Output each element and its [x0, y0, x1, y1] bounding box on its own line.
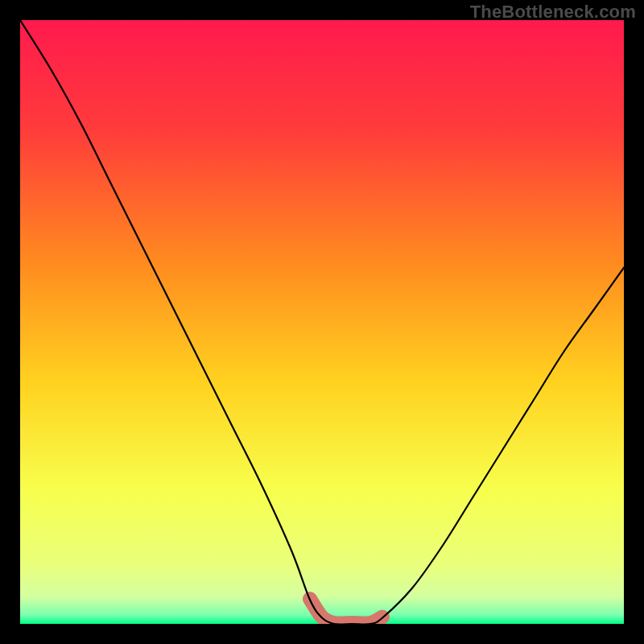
watermark-text: TheBottleneck.com: [470, 2, 636, 23]
chart-frame: TheBottleneck.com: [0, 0, 644, 644]
bottleneck-chart: [20, 20, 624, 624]
plot-background: [20, 20, 624, 624]
